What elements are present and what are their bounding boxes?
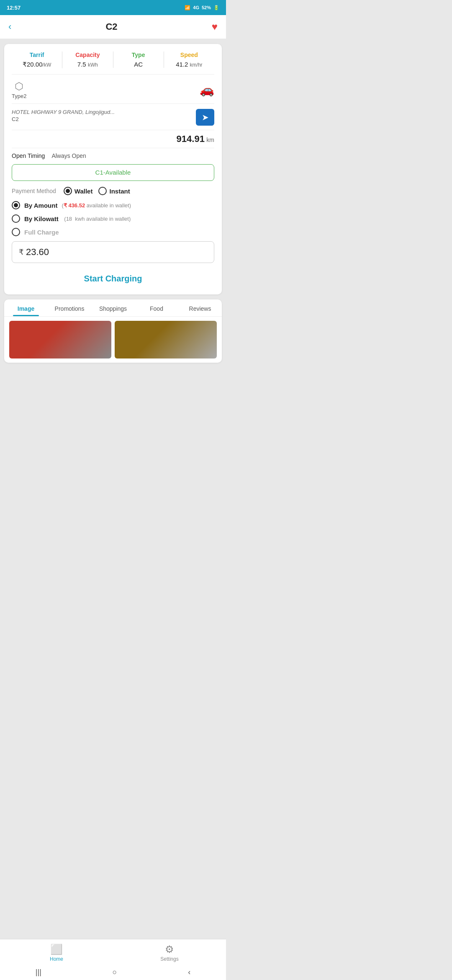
by-amount-label: By Amount <box>24 202 57 209</box>
tariff-col-tariff: Tarrif ₹20.00/kW <box>12 52 62 68</box>
capacity-label: Capacity <box>65 52 110 58</box>
main-card: Tarrif ₹20.00/kW Capacity 7.5 kWh Type A… <box>4 44 222 294</box>
tabs-row: Image Promotions Shoppings Food Reviews <box>4 299 222 317</box>
payment-row: Payment Method Wallet Instant <box>12 187 214 195</box>
start-charging-button[interactable]: Start Charging <box>12 270 214 288</box>
full-charge-label: Full Charge <box>24 229 59 236</box>
status-time: 12:57 <box>7 5 21 11</box>
payment-label: Payment Method <box>12 188 56 194</box>
availability-text: C1-Available <box>95 169 131 176</box>
favorite-button[interactable]: ♥ <box>212 21 218 33</box>
payment-wallet-option[interactable]: Wallet <box>64 187 93 195</box>
navigate-icon: ➤ <box>202 112 209 122</box>
amount-input-wrap[interactable]: ₹ 23.60 <box>12 241 214 263</box>
tariff-label: Tarrif <box>14 52 59 58</box>
connector-info: ⬡ Type2 <box>12 80 26 99</box>
capacity-value: 7.5 kWh <box>65 61 110 68</box>
network-type: 4G <box>193 5 199 10</box>
image-preview-2 <box>115 321 217 358</box>
tab-images-section <box>4 317 222 363</box>
instant-label: Instant <box>109 188 130 195</box>
page-title: C2 <box>105 21 117 32</box>
type-label: Type <box>116 52 161 58</box>
tab-shoppings[interactable]: Shoppings <box>91 299 135 316</box>
payment-instant-option[interactable]: Instant <box>98 187 130 195</box>
type-value: AC <box>116 61 161 68</box>
tab-food[interactable]: Food <box>135 299 178 316</box>
by-kilowatt-radio[interactable] <box>12 214 20 223</box>
tab-reviews[interactable]: Reviews <box>178 299 222 316</box>
distance-unit: km <box>206 137 214 143</box>
distance-row: 914.91 km <box>12 130 214 144</box>
timing-value: Always Open <box>51 152 86 159</box>
by-amount-radio[interactable] <box>12 201 20 209</box>
status-bar: 12:57 📶 4G 52% 🔋 <box>0 0 226 15</box>
tabs-card: Image Promotions Shoppings Food Reviews <box>4 299 222 363</box>
timing-row: Open Timing Always Open <box>12 148 214 159</box>
connector-row: ⬡ Type2 🚗 <box>12 80 214 99</box>
by-amount-option[interactable]: By Amount (₹ 436.52 available in wallet) <box>12 201 214 209</box>
car-icon: 🚗 <box>200 83 214 97</box>
by-amount-sub: (₹ 436.52 available in wallet) <box>62 202 131 209</box>
battery-level: 52% <box>202 5 211 10</box>
full-charge-option[interactable]: Full Charge <box>12 228 214 236</box>
instant-radio[interactable] <box>98 187 107 195</box>
tariff-col-capacity: Capacity 7.5 kWh <box>62 52 113 68</box>
location-text: HOTEL HIGHWAY 9 GRAND, Lingojigud... C2 <box>12 109 192 122</box>
availability-badge: C1-Available <box>12 164 214 181</box>
battery-icon: 🔋 <box>213 5 219 10</box>
by-kilowatt-label: By Kilowatt <box>24 215 59 222</box>
full-charge-radio[interactable] <box>12 228 20 236</box>
timing-label: Open Timing <box>12 152 45 159</box>
by-kilowatt-option[interactable]: By Kilowatt (18 kwh available in wallet) <box>12 214 214 223</box>
distance-value: 914.91 <box>177 134 205 144</box>
tariff-value: ₹20.00/kW <box>14 61 59 68</box>
location-name: HOTEL HIGHWAY 9 GRAND, Lingojigud... <box>12 109 192 115</box>
back-button[interactable]: ‹ <box>8 21 11 32</box>
tariff-col-type: Type AC <box>113 52 164 68</box>
tariff-row: Tarrif ₹20.00/kW Capacity 7.5 kWh Type A… <box>12 52 214 75</box>
status-right: 📶 4G 52% 🔋 <box>185 5 219 10</box>
tab-image[interactable]: Image <box>4 299 48 316</box>
navigate-button[interactable]: ➤ <box>196 109 214 126</box>
amount-value[interactable]: 23.60 <box>26 247 49 258</box>
location-id: C2 <box>12 116 192 122</box>
by-kilowatt-sub: (18 kwh available in wallet) <box>63 216 131 222</box>
wallet-radio[interactable] <box>64 187 72 195</box>
rupee-symbol: ₹ <box>19 248 23 257</box>
header: ‹ C2 ♥ <box>0 15 226 39</box>
charge-options: By Amount (₹ 436.52 available in wallet)… <box>12 201 214 236</box>
tariff-col-speed: Speed 41.2 km/hr <box>164 52 214 68</box>
wifi-icon: 📶 <box>185 5 190 10</box>
connector-icon: ⬡ <box>15 80 23 92</box>
speed-label: Speed <box>167 52 212 58</box>
connector-label: Type2 <box>12 93 26 99</box>
wallet-label: Wallet <box>74 188 93 195</box>
location-row: HOTEL HIGHWAY 9 GRAND, Lingojigud... C2 … <box>12 103 214 126</box>
speed-value: 41.2 km/hr <box>167 61 212 68</box>
tab-promotions[interactable]: Promotions <box>48 299 91 316</box>
image-preview-1 <box>9 321 111 358</box>
